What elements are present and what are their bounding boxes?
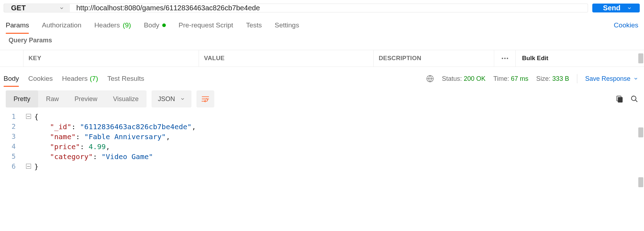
tab-count: (9) — [123, 21, 131, 29]
tab-label: Headers — [94, 21, 120, 29]
size-value: 333 B — [552, 75, 569, 82]
json-key: "category" — [50, 152, 93, 161]
search-icon[interactable] — [630, 95, 638, 103]
bulk-edit-label: Bulk Edit — [522, 55, 548, 62]
line-number: 1 — [0, 112, 25, 120]
body-indicator-dot-icon — [162, 23, 166, 27]
format-label: JSON — [158, 95, 175, 103]
tab-label: Body — [144, 21, 159, 29]
column-key[interactable]: KEY — [24, 50, 199, 67]
svg-rect-5 — [618, 97, 622, 102]
response-body-toolbar: Pretty Raw Preview Visualize JSON — [0, 87, 644, 111]
save-response-button[interactable]: Save Response — [585, 75, 638, 83]
time-label: Time: — [493, 75, 509, 82]
tab-settings[interactable]: Settings — [275, 17, 299, 33]
http-method-select[interactable]: GET — [4, 4, 70, 12]
cookies-link[interactable]: Cookies — [614, 21, 638, 29]
resp-tab-test-results[interactable]: Test Results — [107, 71, 144, 86]
resp-tab-cookies[interactable]: Cookies — [28, 71, 53, 86]
column-value[interactable]: VALUE — [199, 50, 374, 67]
format-select[interactable]: JSON — [152, 90, 191, 107]
code-line: 6 } — [0, 162, 644, 172]
view-preview[interactable]: Preview — [67, 90, 105, 107]
tab-label: Pre-request Script — [179, 21, 233, 29]
status-value: 200 OK — [464, 75, 485, 82]
seg-label: Preview — [75, 95, 97, 103]
code-line: 4 "price": 4.99, — [0, 142, 644, 152]
json-key: "_id" — [50, 122, 71, 131]
tab-label: Params — [6, 21, 29, 29]
bulk-edit-button[interactable]: Bulk Edit — [516, 55, 644, 62]
chevron-down-icon — [633, 76, 638, 81]
code-line: 5 "category": "Video Game" — [0, 152, 644, 162]
line-number: 6 — [0, 162, 25, 170]
view-raw[interactable]: Raw — [38, 90, 67, 107]
tab-tests[interactable]: Tests — [246, 17, 262, 33]
svg-line-7 — [635, 100, 637, 102]
tab-label: Headers — [62, 75, 88, 83]
scrollbar-thumb[interactable] — [638, 127, 643, 137]
resp-tab-headers[interactable]: Headers (7) — [62, 71, 98, 86]
json-key: "price" — [50, 142, 80, 151]
view-visualize[interactable]: Visualize — [105, 90, 147, 107]
fold-toggle-icon[interactable] — [26, 164, 31, 169]
json-value: "Video Game" — [102, 152, 153, 161]
size-label: Size: — [536, 75, 551, 82]
copy-icon[interactable] — [615, 95, 623, 103]
json-value: 4.99 — [88, 142, 106, 151]
response-tabs: Body Cookies Headers (7) Test Results St… — [0, 67, 644, 87]
divider — [577, 74, 577, 83]
request-bar: GET Send — [0, 0, 644, 16]
fold-toggle-icon[interactable] — [26, 114, 31, 119]
response-body-code[interactable]: 1 { 2 "_id": "6112836463ac826cb7be4ede",… — [0, 111, 644, 172]
send-button-label: Send — [603, 4, 620, 12]
view-pretty[interactable]: Pretty — [6, 90, 38, 107]
json-comma: , — [166, 132, 170, 141]
code-line: 2 "_id": "6112836463ac826cb7be4ede", — [0, 122, 644, 132]
json-comma: , — [106, 142, 110, 151]
request-url-input[interactable] — [70, 4, 588, 12]
resp-tab-body[interactable]: Body — [4, 71, 19, 86]
size-block[interactable]: Size: 333 B — [536, 75, 569, 83]
tab-params[interactable]: Params — [6, 17, 29, 33]
line-number: 2 — [0, 122, 25, 130]
tab-pre-request-script[interactable]: Pre-request Script — [179, 17, 233, 33]
params-more-menu[interactable] — [494, 50, 516, 67]
tab-label: Test Results — [107, 75, 144, 83]
http-method-label: GET — [11, 4, 26, 12]
save-response-label: Save Response — [585, 75, 630, 83]
tab-body[interactable]: Body — [144, 17, 165, 33]
code-line: 3 "name": "Fable Anniversary", — [0, 132, 644, 142]
params-checkbox-column — [0, 50, 24, 67]
time-block[interactable]: Time: 67 ms — [493, 75, 528, 83]
tab-label: Cookies — [28, 75, 53, 83]
params-table-header: KEY VALUE DESCRIPTION Bulk Edit — [0, 50, 644, 67]
json-value: "Fable Anniversary" — [84, 132, 166, 141]
send-button[interactable]: Send — [592, 4, 640, 12]
tab-label: Body — [4, 75, 19, 83]
json-key: "name" — [50, 132, 76, 141]
view-mode-group: Pretty Raw Preview Visualize — [6, 90, 147, 107]
tab-count: (7) — [90, 75, 98, 83]
tab-label: Settings — [275, 21, 299, 29]
tab-headers[interactable]: Headers (9) — [94, 17, 131, 33]
globe-icon[interactable] — [426, 75, 434, 83]
request-tabs: Params Authorization Headers (9) Body Pr… — [0, 16, 644, 35]
column-description[interactable]: DESCRIPTION — [374, 50, 494, 67]
link-label: Cookies — [614, 21, 638, 29]
tab-label: Tests — [246, 21, 262, 29]
status-block[interactable]: Status: 200 OK — [442, 75, 485, 83]
scrollbar-thumb[interactable] — [638, 177, 643, 187]
tab-authorization[interactable]: Authorization — [42, 17, 81, 33]
scrollbar-thumb[interactable] — [638, 53, 643, 63]
wrap-lines-button[interactable] — [196, 90, 214, 107]
line-number: 4 — [0, 142, 25, 150]
chevron-down-icon — [180, 96, 185, 101]
seg-label: Pretty — [14, 95, 30, 103]
seg-label: Visualize — [113, 95, 139, 103]
json-comma: , — [191, 122, 196, 131]
chevron-down-icon[interactable] — [627, 6, 632, 11]
code-line: 1 { — [0, 112, 644, 122]
query-params-title: Query Params — [0, 35, 644, 50]
json-value: "6112836463ac826cb7be4ede" — [80, 122, 191, 131]
